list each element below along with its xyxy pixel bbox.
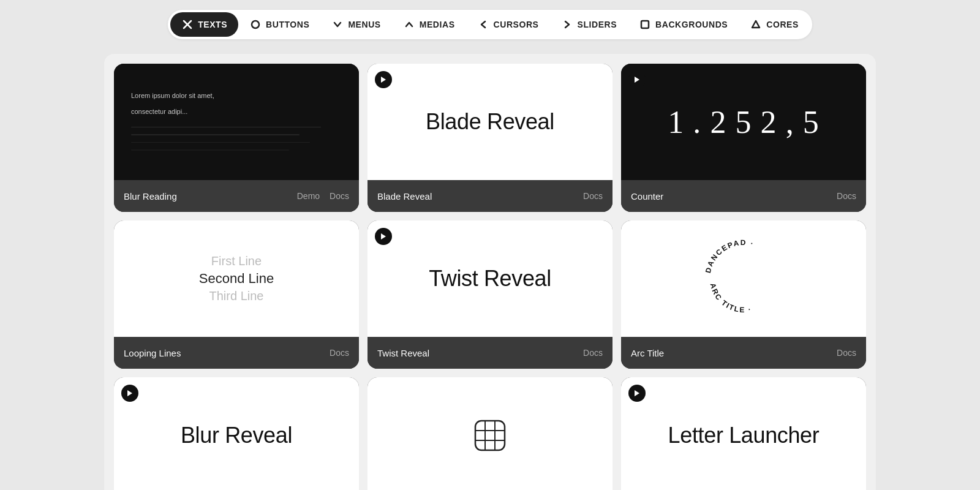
card-arc-title-title: Arc Title [631,348,664,358]
arrow-left-icon [477,18,489,31]
loop-line-3: Third Line [209,289,264,303]
nav-cores[interactable]: CORES [739,12,810,37]
card-blur-reading-footer: Blur Reading Demo Docs [114,180,359,212]
nav-backgrounds[interactable]: BACKGROUNDS [628,12,739,37]
card-looping-lines-links: Docs [330,348,349,358]
circle-icon [249,18,262,31]
card-arc-title-preview: DANCEPAD · ARC TITLE · [621,221,866,337]
blur-reading-text1: Lorem ipsum dolor sit amet, [131,92,214,99]
blur-reading-text2: consectetur adipi... [131,108,187,115]
card-blur-reading[interactable]: Lorem ipsum dolor sit amet, consectetur … [114,64,359,212]
nav-menus-label: MENUS [348,20,380,29]
nav-medias[interactable]: MEDIAS [392,12,466,37]
card-blade-reveal[interactable]: Blade Reveal Blade Reveal Docs [368,64,612,212]
twist-reveal-docs-link[interactable]: Docs [583,348,603,358]
card-counter[interactable]: 1 . 2 5 2 , 5 Counter Docs [621,64,866,212]
card-blade-reveal-links: Docs [583,191,603,201]
card-letter-launcher-preview: Letter Launcher [621,377,866,490]
arrow-up-icon [403,18,415,31]
card-looping-lines[interactable]: First Line Second Line Third Line Loopin… [114,221,359,369]
nav-pills-container: TEXTS BUTTONS MENUS [168,10,812,39]
nav-cores-label: CORES [766,20,799,29]
blur-reveal-play-btn[interactable] [121,385,138,402]
arc-title-docs-link[interactable]: Docs [837,348,856,358]
card-blade-reveal-title: Blade Reveal [377,191,432,202]
nav-buttons[interactable]: BUTTONS [238,12,320,37]
nav-texts-label: TEXTS [198,20,227,29]
blade-reveal-preview-text: Blade Reveal [426,109,554,135]
blade-reveal-docs-link[interactable]: Docs [583,191,603,201]
letter-launcher-preview-text: Letter Launcher [668,423,820,448]
card-twist-reveal-links: Docs [583,348,603,358]
card-counter-preview: 1 . 2 5 2 , 5 [621,64,866,180]
card-twist-reveal[interactable]: Twist Reveal Twist Reveal Docs [368,221,612,369]
twist-reveal-preview-text: Twist Reveal [429,266,551,292]
card-twist-reveal-footer: Twist Reveal Docs [368,337,612,369]
arrow-down-icon [331,18,344,31]
counter-docs-link[interactable]: Docs [837,191,856,201]
card-letter-launcher[interactable]: Letter Launcher Letter Launcher Docs [621,377,866,490]
blade-reveal-play-btn[interactable] [375,71,392,88]
card-arc-title-links: Docs [837,348,856,358]
card-blur-reveal-preview: Blur Reveal [114,377,359,490]
arrow-right-icon [561,18,573,31]
card-blade-reveal-footer: Blade Reveal Docs [368,180,612,212]
nav-cursors-label: CURSORS [494,20,539,29]
svg-text:DANCEPAD ·: DANCEPAD · [704,238,755,274]
card-arc-title[interactable]: DANCEPAD · ARC TITLE · Arc Title Docs [621,221,866,369]
card-blur-reading-title: Blur Reading [124,191,177,202]
nav-texts[interactable]: TEXTS [170,12,238,37]
triangle-icon [750,18,762,31]
loop-line-2: Second Line [199,271,274,287]
card-counter-footer: Counter Docs [621,180,866,212]
card-blur-reading-links: Demo Docs [297,191,349,201]
card-counter-title: Counter [631,191,663,202]
main-content: Lorem ipsum dolor sit amet, consectetur … [92,47,888,490]
nav-sliders[interactable]: SLIDERS [550,12,628,37]
svg-rect-6 [475,421,505,450]
top-nav-wrapper: TEXTS BUTTONS MENUS [0,0,980,47]
svg-point-2 [252,21,259,28]
blur-reading-demo-link[interactable]: Demo [297,191,320,201]
card-twist-reveal-title: Twist Reveal [377,348,429,358]
nav-cursors[interactable]: CURSORS [466,12,550,37]
card-grid-icon[interactable] [368,377,612,490]
card-counter-links: Docs [837,191,856,201]
x-icon [181,18,194,31]
blur-reveal-preview-text: Blur Reveal [181,423,292,448]
nav-backgrounds-label: BACKGROUNDS [655,20,728,29]
svg-text:ARC TITLE ·: ARC TITLE · [709,282,753,314]
counter-play-btn[interactable] [628,71,646,88]
cards-grid: Lorem ipsum dolor sit amet, consectetur … [104,54,876,490]
counter-preview-text: 1 . 2 5 2 , 5 [668,104,820,140]
card-twist-reveal-preview: Twist Reveal [368,221,612,337]
nav-menus[interactable]: MENUS [320,12,391,37]
nav-medias-label: MEDIAS [420,20,455,29]
letter-launcher-play-btn[interactable] [628,385,646,402]
twist-reveal-play-btn[interactable] [375,228,392,245]
loop-line-1: First Line [211,254,262,268]
card-looping-lines-title: Looping Lines [124,348,181,358]
grid-icon-svg [474,420,506,451]
card-grid-icon-preview [368,377,612,490]
card-arc-title-footer: Arc Title Docs [621,337,866,369]
looping-lines-docs-link[interactable]: Docs [330,348,349,358]
blur-reading-docs-link[interactable]: Docs [330,191,349,201]
top-nav: TEXTS BUTTONS MENUS [0,0,980,47]
arc-title-svg: DANCEPAD · ARC TITLE · [698,233,790,325]
card-looping-lines-footer: Looping Lines Docs [114,337,359,369]
card-looping-lines-preview: First Line Second Line Third Line [114,221,359,337]
card-blur-reveal[interactable]: Blur Reveal Blur Reveal Docs [114,377,359,490]
nav-sliders-label: SLIDERS [578,20,617,29]
card-blade-reveal-preview: Blade Reveal [368,64,612,180]
svg-rect-3 [641,21,649,28]
nav-buttons-label: BUTTONS [266,20,309,29]
card-blur-reading-preview: Lorem ipsum dolor sit amet, consectetur … [114,64,359,180]
square-icon [639,18,651,31]
